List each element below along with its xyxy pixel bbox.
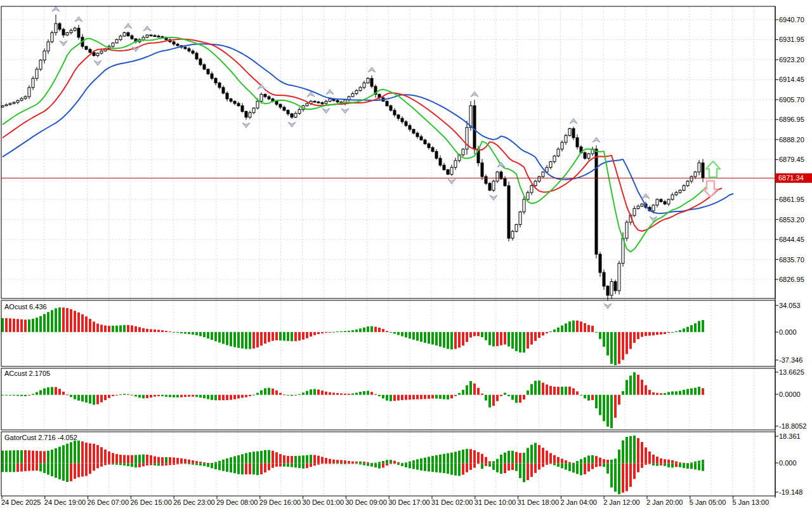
price-tick-label: 6844.45 [779,236,804,243]
ao-scale-max: 34.053 [779,302,801,309]
ao-scale-zero: 0.000 [779,328,797,336]
ac-scale-max: 13.6625 [779,368,804,376]
ao-panel-header: AOcust 6.436 [4,303,47,311]
current-price-tag: 6871.34 [775,173,812,183]
trading-chart-window[interactable]: 6940.706931.956923.206914.456905.706896.… [0,0,812,508]
price-tick-label: 6853.20 [779,216,804,224]
price-tick-label: 6905.70 [779,96,804,104]
gator-panel-header: GatorCust 2.716 -4.052 [4,434,77,441]
gator-scale-min: -19.148 [779,488,802,496]
time-axis-label: 30 Dec 09:00 [345,498,386,506]
time-axis-label: 26 Dec 07:00 [88,498,129,506]
gator-scale-zero: 0.000 [779,459,797,467]
sell-signal-arrow-icon[interactable] [704,181,717,197]
ao-scale-min: -37.346 [779,356,802,364]
price-tick-label: 6931.95 [779,36,804,43]
price-tick-label: 6940.70 [779,16,804,23]
current-price-tag-label: 6871.34 [778,174,804,182]
time-axis-label: 31 Dec 02:00 [431,498,473,506]
price-tick-label: 6861.95 [779,196,804,203]
time-axis-label: 31 Dec 10:00 [475,498,516,506]
time-axis-label: 31 Dec 18:00 [518,498,559,506]
time-axis-label: 30 Dec 17:00 [388,498,429,506]
price-axis[interactable]: 6940.706931.956923.206914.456905.706896.… [775,16,804,492]
time-axis-label: 26 Dec 15:00 [130,498,171,506]
signal-arrows[interactable] [704,161,720,197]
price-tick-label: 6826.95 [779,276,804,283]
chart-canvas[interactable]: 6940.706931.956923.206914.456905.706896.… [0,0,812,508]
price-tick-label: 6923.20 [779,56,804,64]
price-tick-label: 6879.45 [779,156,804,163]
price-tick-label: 6835.70 [779,256,804,264]
gator-histogram-panel[interactable] [1,436,704,494]
gator-scale-max: 18.361 [779,432,801,440]
ao-histogram-panel[interactable] [1,307,704,365]
price-tick-label: 6914.45 [779,76,804,83]
time-axis-label: 30 Dec 01:00 [303,498,344,506]
buy-signal-arrow-icon[interactable] [706,161,720,177]
ac-scale-zero: 0.0000 [779,391,801,398]
main-price-panel[interactable] [1,15,704,300]
ac-panel-header: ACcust 2.1705 [4,370,50,377]
time-axis-label: 2 Jan 20:00 [646,498,683,506]
time-axis-label: 2 Jan 04:00 [560,498,597,506]
time-axis-label: 26 Dec 23:00 [173,498,214,506]
time-axis-label: 2 Jan 12:00 [603,498,640,506]
price-tick-label: 6896.95 [779,116,804,123]
time-axis-label: 5 Jan 05:00 [690,498,726,506]
ac-histogram-panel[interactable] [1,372,704,428]
fractal-arrows [52,6,657,309]
time-axis-label: 24 Dec 2025 [1,498,41,506]
ac-scale-min: -18.8052 [779,422,806,430]
price-tick-label: 6888.20 [779,136,804,144]
time-axis-label: 29 Dec 08:00 [216,498,258,506]
time-axis-label: 29 Dec 16:00 [259,498,301,506]
time-axis[interactable]: 24 Dec 202524 Dec 19:0026 Dec 07:0026 De… [1,496,769,506]
time-axis-label: 5 Jan 13:00 [733,498,769,506]
gridlines [1,7,775,496]
time-axis-label: 24 Dec 19:00 [44,498,86,506]
